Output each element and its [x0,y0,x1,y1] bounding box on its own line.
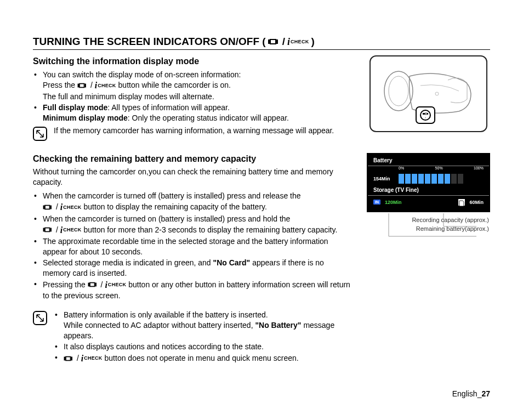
display-icon [64,355,75,362]
svg-rect-1 [270,39,276,44]
svg-rect-18 [50,205,52,209]
heading-text-c: ) [311,36,315,48]
s2-bullet-3: The approximate recordable time in the s… [33,236,351,257]
icheck-icon: iCHECK [105,279,126,291]
svg-rect-24 [95,283,96,287]
storage-card-time: 60Min [469,200,484,205]
svg-rect-17 [45,205,50,209]
svg-rect-22 [88,283,89,287]
caption-recording: Recording capacity (approx.) [367,217,490,223]
battery-status-panel: Battery 0% 50% 100% 154Min Storage (TV F… [367,153,490,212]
svg-rect-19 [43,228,45,232]
svg-rect-16 [43,205,45,209]
display-icon [43,204,54,211]
svg-point-7 [389,76,408,106]
battery-scale: 0% 50% 100% [368,166,489,170]
icheck-icon: iCHECK [95,80,116,92]
heading-slash: / [282,36,285,48]
icheck-icon: iCHECK [60,201,82,213]
battery-time: 154Min [373,176,394,181]
s2-note-2: It also displays cautions and notices ac… [54,342,351,352]
svg-rect-3 [78,84,79,88]
icheck-icon: iCHECK [81,353,103,365]
display-icon [77,82,88,89]
section2-title: Checking the remaining battery and memor… [33,153,351,165]
svg-rect-2 [276,39,278,44]
svg-rect-5 [84,84,86,88]
icheck-icon: iCHECK [287,36,309,48]
page-footer: English_27 [452,389,490,398]
storage-label: Storage (TV Fine) [368,187,489,196]
battery-bars [399,174,484,184]
caption-battery: Remaining battery(approx.) [367,225,490,232]
section1-note-text: If the memory camcorder has warning info… [54,126,334,136]
svg-rect-23 [90,283,95,287]
s1-bullet-1: You can switch the display mode of on-sc… [33,70,351,102]
display-icon [88,281,99,288]
s2-note-1: Battery information is only available if… [54,310,351,341]
icheck-icon: iCHECK [60,224,82,236]
s2-note-3: / iCHECK button does not operate in menu… [54,353,351,365]
panel-captions: Recording capacity (approx.) Remaining b… [367,217,490,232]
storage-row: IN 120Min 60Min [368,196,489,207]
note-icon [33,311,47,325]
s2-bullet-4: Selected storage media is indicated in g… [33,258,351,279]
storage-internal-time: 120Min [385,200,402,205]
svg-rect-12 [427,113,428,115]
camcorder-illustration: i CHECK [369,55,487,132]
svg-rect-4 [79,84,84,88]
svg-rect-10 [423,113,425,115]
svg-rect-8 [416,107,435,123]
storage-in-badge: IN [373,200,380,205]
display-icon [43,226,54,233]
section1-note: If the memory camcorder has warning info… [33,126,351,141]
section-2: Checking the remaining battery and memor… [33,153,490,365]
card-icon [458,199,465,206]
section-1: Switching the information display mode Y… [33,55,490,141]
heading-text-a: TURNING THE SCREEN INDICATORS ON/OFF ( [33,36,266,48]
svg-rect-25 [64,356,66,360]
s2-bullet-2: When the camcorder is turned on (battery… [33,214,351,236]
display-icon [268,38,280,46]
page-heading: TURNING THE SCREEN INDICATORS ON/OFF ( /… [33,36,490,50]
svg-rect-0 [268,39,270,44]
section1-title: Switching the information display mode [33,55,351,67]
svg-rect-20 [45,228,50,232]
s1-bullet-2: Full display mode: All types of informat… [33,103,351,123]
svg-text:CHECK: CHECK [423,119,428,120]
battery-label: Battery [368,157,489,166]
svg-rect-21 [50,228,52,232]
s2-bullet-1: When the camcorder is turned off (batter… [33,191,351,213]
s2-bullet-5: Pressing the / iCHECK button or any othe… [33,279,351,301]
section2-note: Battery information is only available if… [33,310,351,365]
section2-intro: Without turning the camcorder on,you can… [33,167,351,188]
svg-rect-27 [71,356,72,360]
svg-rect-26 [66,356,71,360]
note-icon [33,127,47,141]
svg-point-15 [435,92,439,95]
